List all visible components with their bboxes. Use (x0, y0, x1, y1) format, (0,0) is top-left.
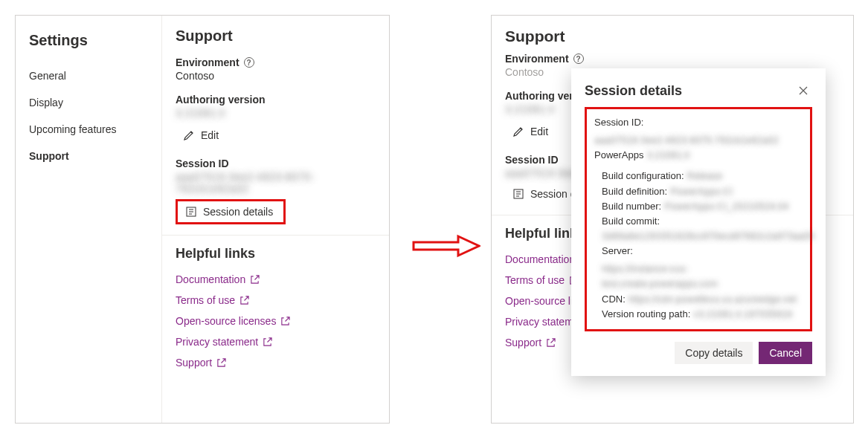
sidebar-item-display[interactable]: Display (16, 89, 161, 116)
session-details-dialog: Session details Session ID: aaa07519-3ee… (571, 68, 826, 376)
help-icon[interactable]: ? (573, 53, 584, 64)
build-num-key: Build number: (602, 199, 661, 214)
separator (162, 235, 389, 236)
server-val: https://instance-cus-test.create.powerap… (602, 262, 803, 291)
external-link-icon (216, 358, 226, 368)
settings-panel-before: Settings General Display Upcoming featur… (15, 15, 390, 424)
close-button[interactable] (794, 82, 812, 100)
dialog-actions: Copy details Cancel (585, 342, 812, 364)
external-link-icon (280, 317, 290, 326)
build-commit-val: 3d89a8e1293351628cc870ecd87682c2a973aa05 (602, 229, 814, 244)
link-terms[interactable]: Terms of use (176, 290, 376, 311)
session-id-key: Session ID: (594, 115, 643, 130)
dialog-body: Session ID: aaa07519-3ee2-4923-8075-792c… (585, 107, 812, 331)
vroute-val: v3.21081.0.187035818 (693, 307, 792, 322)
powerapps-val: 3.21081.0 (646, 148, 689, 163)
link-label: Privacy statement (176, 336, 258, 348)
dialog-header: Session details (585, 82, 812, 100)
link-label: Open-source lic (505, 295, 578, 307)
link-label: Terms of use (505, 274, 565, 286)
flow-arrow (412, 233, 480, 259)
environment-label: Environment ? (176, 56, 376, 68)
build-def-val: PowerApps-CI (670, 184, 733, 199)
page-title: Support (505, 27, 840, 45)
link-oss[interactable]: Open-source licenses (176, 311, 376, 331)
cdn-key: CDN: (602, 292, 626, 307)
link-label: Open-source licenses (176, 315, 276, 327)
edit-label: Edit (530, 126, 548, 137)
session-id-val: aaa07519-3ee2-4923-8075-792cb1e62a02 (594, 133, 779, 148)
external-link-icon (263, 337, 272, 347)
build-conf-val: Release (687, 169, 723, 184)
environment-value: Contoso (176, 70, 376, 82)
powerapps-key: PowerApps (594, 148, 643, 163)
external-link-icon (546, 338, 556, 348)
edit-button[interactable]: Edit (176, 125, 226, 146)
environment-label-text: Environment (176, 56, 239, 68)
build-def-key: Build definition: (602, 184, 667, 199)
pencil-icon (183, 129, 195, 141)
session-id-value: aaa07519-3ee2-4923-8075-792cb1e62a02 (176, 171, 376, 195)
authoring-version-value: 3.21081.0 (176, 107, 376, 119)
pencil-icon (512, 126, 524, 137)
vroute-key: Version routing path: (602, 307, 690, 322)
environment-label: Environment ? (505, 53, 840, 65)
link-label: Support (176, 357, 212, 369)
page-title: Support (176, 27, 376, 45)
link-label: Terms of use (176, 294, 235, 306)
close-icon (798, 85, 808, 96)
sidebar-item-support[interactable]: Support (16, 143, 161, 169)
support-content: Support Environment ? Contoso Authoring … (161, 16, 389, 423)
edit-button[interactable]: Edit (505, 121, 556, 142)
build-commit-key: Build commit: (602, 214, 660, 229)
link-label: Documentation (505, 253, 575, 265)
sidebar-title: Settings (16, 27, 161, 62)
arrow-icon (412, 233, 480, 259)
helpful-links-title: Helpful links (176, 246, 376, 262)
details-icon (185, 206, 197, 218)
link-documentation[interactable]: Documentation (176, 269, 376, 290)
cancel-button[interactable]: Cancel (759, 342, 812, 364)
link-privacy[interactable]: Privacy statement (176, 331, 376, 352)
build-num-val: PowerApps-CI_20210524.04 (664, 199, 788, 214)
server-key: Server: (602, 244, 633, 259)
external-link-icon (250, 275, 260, 285)
session-id-label: Session ID (176, 158, 376, 169)
authoring-version-label: Authoring version (176, 94, 376, 106)
copy-details-button[interactable]: Copy details (675, 342, 753, 364)
environment-label-text: Environment (505, 53, 569, 65)
cdn-val: https://cdn-powelleus.us.azureedge.net (629, 292, 797, 307)
sidebar-item-upcoming[interactable]: Upcoming features (16, 116, 161, 143)
settings-sidebar: Settings General Display Upcoming featur… (16, 16, 161, 423)
help-icon[interactable]: ? (244, 57, 254, 68)
session-details-button[interactable]: Session details (176, 199, 286, 224)
edit-label: Edit (201, 129, 219, 141)
external-link-icon (239, 296, 249, 305)
build-conf-key: Build configuration: (602, 169, 684, 184)
details-icon (512, 188, 524, 200)
sidebar-item-general[interactable]: General (16, 62, 161, 89)
link-label: Documentation (176, 273, 245, 285)
link-support[interactable]: Support (176, 352, 376, 373)
dialog-title: Session details (585, 83, 682, 99)
link-label: Support (505, 337, 541, 348)
session-details-label: Session details (203, 206, 273, 218)
